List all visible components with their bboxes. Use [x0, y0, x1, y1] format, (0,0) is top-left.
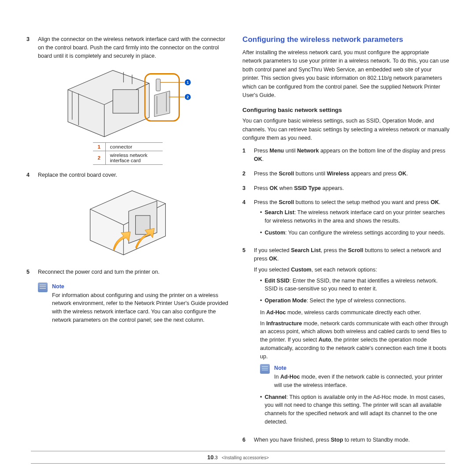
figure-printer-cover [26, 186, 229, 262]
step-text: Press the Scroll buttons to select the s… [254, 198, 450, 240]
step-number: 5 [242, 246, 254, 429]
step-number: 4 [26, 171, 38, 179]
step-number: 3 [242, 184, 254, 193]
note-icon [260, 364, 270, 374]
right-step-2: 2 Press the Scroll buttons until Wireles… [242, 170, 450, 178]
svg-text:2: 2 [187, 95, 189, 99]
right-step-4: 4 Press the Scroll buttons to select the… [242, 198, 450, 240]
intro-paragraph: After installing the wireless network ca… [242, 48, 450, 100]
step-number: 1 [242, 147, 254, 164]
right-step-3: 3 Press OK when SSID Type appears. [242, 184, 450, 193]
step-text: Press Menu until Network appears on the … [254, 147, 450, 164]
right-step-6: 6 When you have finished, press Stop to … [242, 436, 450, 444]
subsection-title: Configuring basic network settings [242, 107, 450, 113]
legend-num: 1 [93, 143, 105, 151]
callout-1-icon: 1 [185, 79, 191, 86]
note-icon [38, 283, 48, 292]
note-block: Note For information about configuring a… [38, 283, 229, 324]
step-text: Press the Scroll buttons until Wireless … [254, 170, 450, 178]
right-step-1: 1 Press Menu until Network appears on th… [242, 147, 450, 164]
legend-num: 2 [93, 151, 105, 165]
svg-rect-1 [113, 90, 138, 113]
note-text: For information about configuring and us… [52, 291, 229, 324]
page-number: 10 [207, 454, 213, 461]
step-text: If you selected Search List, press the S… [254, 246, 450, 429]
right-step-5: 5 If you selected Search List, press the… [242, 246, 450, 429]
callout-2-icon: 2 [185, 94, 191, 100]
printer-illustration-2 [79, 186, 176, 260]
note-text: In Ad-Hoc mode, even if the network cabl… [274, 373, 450, 390]
svg-marker-8 [154, 91, 170, 117]
step-number: 3 [26, 35, 38, 60]
step-number: 5 [26, 268, 38, 276]
footer-section: <Installing accessories> [222, 455, 269, 460]
left-column: 3 Align the connector on the wireless ne… [26, 35, 229, 450]
section-title: Configuring the wireless network paramet… [242, 35, 450, 44]
note-title: Note [52, 283, 229, 291]
step-3: 3 Align the connector on the wireless ne… [26, 35, 229, 60]
step-text: Replace the control board cover. [38, 171, 229, 179]
printer-illustration-1: 1 2 [62, 66, 194, 141]
step-5: 5 Reconnect the power cord and turn the … [26, 268, 229, 276]
callout-legend: 1 connector 2 wireless network interface… [93, 142, 163, 165]
page-footer: 10.3 <Installing accessories> [31, 451, 445, 464]
step-text: Reconnect the power cord and turn the pr… [38, 268, 229, 276]
step-number: 4 [242, 198, 254, 240]
step-text: Press OK when SSID Type appears. [254, 184, 450, 193]
note-title: Note [274, 364, 450, 372]
figure-printer-callout: 1 2 1 connector 2 wireless network inter… [26, 66, 229, 165]
svg-rect-7 [156, 79, 160, 91]
legend-label: connector [105, 143, 163, 151]
step-number: 2 [242, 170, 254, 178]
right-column: Configuring the wireless network paramet… [242, 35, 450, 450]
step-4: 4 Replace the control board cover. [26, 171, 229, 179]
note-block: Note In Ad-Hoc mode, even if the network… [260, 364, 450, 389]
step-number: 6 [242, 436, 254, 444]
sub-intro-paragraph: You can configure basic wireless setting… [242, 117, 450, 142]
page-sub: .3 [214, 455, 218, 460]
step-text: Align the connector on the wireless netw… [38, 35, 229, 60]
legend-label: wireless network interface card [105, 151, 163, 165]
svg-text:1: 1 [187, 80, 189, 85]
step-text: When you have finished, press Stop to re… [254, 436, 450, 444]
